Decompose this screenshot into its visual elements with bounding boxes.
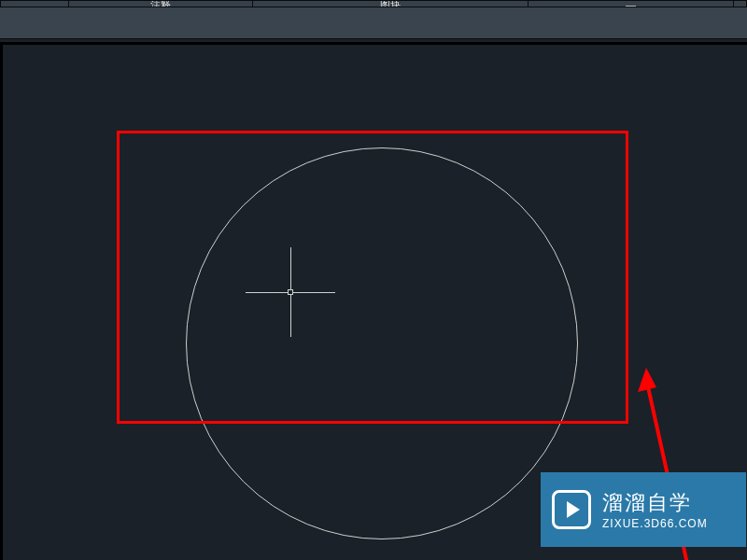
watermark-badge: 溜溜自学 ZIXUE.3D66.COM — [541, 472, 746, 547]
play-triangle-icon — [567, 501, 580, 518]
highlight-rectangle — [117, 131, 628, 424]
crosshair-pickbox — [288, 289, 293, 295]
svg-marker-0 — [638, 368, 656, 392]
drawing-canvas[interactable]: 溜溜自学 ZIXUE.3D66.COM — [0, 42, 747, 560]
watermark-title: 溜溜自学 — [602, 489, 708, 517]
tab-fragment-right[interactable] — [734, 0, 747, 7]
tab-block[interactable]: 图块 — [253, 0, 529, 7]
watermark-url: ZIXUE.3D66.COM — [602, 517, 708, 530]
tab-dash[interactable]: — — [529, 0, 734, 7]
tab-fragment-left[interactable] — [0, 0, 69, 7]
ribbon-tab-bar: 注释 图块 — — [0, 0, 747, 7]
tab-annotate[interactable]: 注释 — [69, 0, 253, 7]
watermark-text: 溜溜自学 ZIXUE.3D66.COM — [602, 489, 708, 530]
play-icon — [552, 490, 591, 529]
ribbon-strip — [0, 7, 747, 39]
